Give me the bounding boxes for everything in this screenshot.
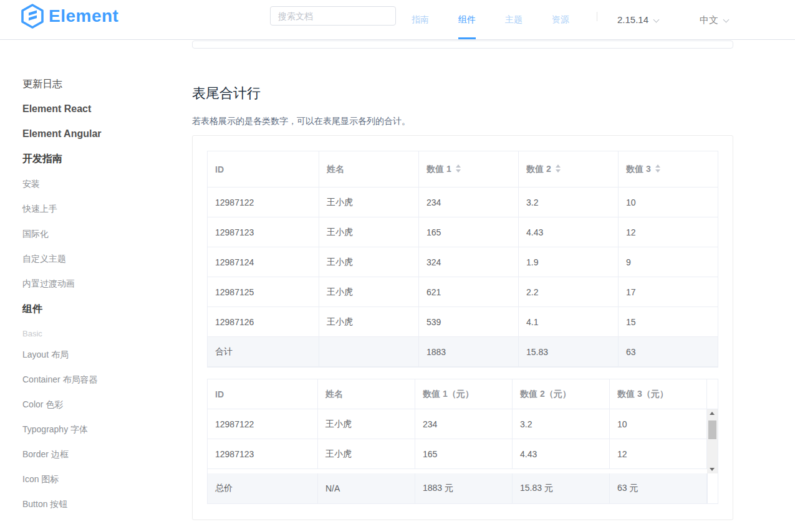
sidebar-item-icon[interactable]: Icon 图标	[22, 475, 187, 483]
summary-value3: 63	[619, 337, 718, 367]
cell-id: 12987124	[208, 247, 319, 277]
sort-carets-icon[interactable]	[655, 164, 660, 173]
sidebar-item-quickstart[interactable]: 快速上手	[22, 204, 187, 213]
summary-value3: 63 元	[610, 473, 707, 503]
sidebar-item-element-react[interactable]: Element React	[22, 104, 187, 114]
version-label: 2.15.14	[617, 14, 648, 25]
element-logo-icon	[21, 4, 44, 29]
column-header-name: 姓名	[319, 151, 419, 188]
cell-value3: 10	[619, 188, 718, 217]
cell-value3: 12	[619, 217, 718, 247]
cell-value3: 10	[610, 409, 707, 439]
vertical-scrollbar[interactable]	[707, 409, 718, 473]
column-header-value1-yuan: 数值 1（元）	[415, 379, 513, 409]
cell-id: 12987125	[208, 277, 319, 307]
cell-value2: 3.2	[513, 409, 610, 439]
cell-id: 12987123	[208, 439, 318, 469]
cell-value1: 165	[415, 439, 513, 469]
summary-value1: 1883	[419, 337, 519, 367]
sidebar-item-layout[interactable]: Layout 布局	[22, 350, 187, 359]
cell-id: 12987123	[208, 217, 319, 247]
search-input[interactable]	[270, 6, 396, 26]
summary-name	[319, 337, 419, 367]
version-select[interactable]: 2.15.14	[617, 0, 658, 39]
cell-value3: 17	[619, 277, 718, 307]
scroll-down-arrow-icon[interactable]	[707, 465, 718, 473]
sidebar-item-container[interactable]: Container 布局容器	[22, 375, 187, 384]
summary-value2: 15.83 元	[513, 473, 610, 503]
sort-carets-icon[interactable]	[456, 164, 461, 173]
page-title: 表尾合计行	[192, 86, 795, 101]
cell-value1: 324	[419, 247, 519, 277]
sidebar-item-color[interactable]: Color 色彩	[22, 400, 187, 409]
sidebar-item-transition[interactable]: 内置过渡动画	[22, 279, 187, 288]
table-body-scroll-area[interactable]: 12987122 王小虎 234 3.2 10 12987123 王小虎 165…	[208, 409, 718, 473]
summary-name: N/A	[318, 473, 415, 503]
cell-value2: 2.2	[519, 277, 619, 307]
summary-value2: 15.83	[519, 337, 619, 367]
cell-value3: 15	[619, 307, 718, 337]
top-navbar: Element 指南 组件 主题 资源 2.15.14 中文	[0, 0, 795, 40]
table-row: 12987124 王小虎 324 1.9 9	[208, 247, 718, 277]
demo-block: ID 姓名 数值 1 数值 2 数值 3 12987122 王小虎 234 3.	[192, 135, 733, 520]
column-header-value1[interactable]: 数值 1	[419, 151, 519, 188]
cell-name: 王小虎	[319, 188, 419, 217]
table-row: 12987125 王小虎 621 2.2 17	[208, 277, 718, 307]
cell-value1: 234	[415, 409, 513, 439]
sidebar-category-dev-guide: 开发指南	[22, 154, 187, 164]
scrollbar-thumb[interactable]	[708, 420, 716, 439]
cell-value2: 3.2	[519, 188, 619, 217]
column-header-id: ID	[208, 379, 318, 409]
sidebar-item-button[interactable]: Button 按钮	[22, 500, 187, 508]
cell-name: 王小虎	[318, 409, 415, 439]
cell-value2: 1.9	[519, 247, 619, 277]
summary-label: 合计	[208, 337, 319, 367]
total-price-table: ID 姓名 数值 1（元） 数值 2（元） 数值 3（元）	[207, 379, 718, 504]
cell-id: 12987126	[208, 307, 319, 337]
column-header-value3[interactable]: 数值 3	[619, 151, 718, 188]
cell-name: 王小虎	[319, 217, 419, 247]
cell-id: 12987122	[208, 188, 319, 217]
language-select[interactable]: 中文	[700, 0, 728, 39]
summary-table: ID 姓名 数值 1 数值 2 数值 3 12987122 王小虎 234 3.	[207, 151, 718, 368]
cell-value1: 539	[419, 307, 519, 337]
sidebar-item-install[interactable]: 安装	[22, 179, 187, 188]
cell-name: 王小虎	[319, 277, 419, 307]
cell-name: 王小虎	[318, 439, 415, 469]
table-header-row: ID 姓名 数值 1 数值 2 数值 3	[208, 151, 718, 188]
nav-guide[interactable]: 指南	[411, 0, 430, 39]
sort-carets-icon[interactable]	[556, 164, 561, 173]
table-row: 12987122 王小虎 234 3.2 10	[208, 409, 707, 439]
table-row: 12987122 王小虎 234 3.2 10	[208, 188, 718, 217]
sidebar-item-i18n[interactable]: 国际化	[22, 229, 187, 238]
column-header-value2[interactable]: 数值 2	[519, 151, 619, 188]
main-content: 表尾合计行 若表格展示的是各类数字，可以在表尾显示各列的合计。 ID 姓名 数值…	[187, 40, 795, 520]
sidebar-item-element-angular[interactable]: Element Angular	[22, 129, 187, 139]
cell-value2: 4.43	[513, 439, 610, 469]
logo-title: Element	[49, 6, 118, 26]
cell-value1: 621	[419, 277, 519, 307]
sidebar-item-custom-theme[interactable]: 自定义主题	[22, 254, 187, 263]
spacer	[207, 368, 718, 379]
page-description: 若表格展示的是各类数字，可以在表尾显示各列的合计。	[192, 115, 795, 127]
cell-name: 王小虎	[319, 247, 419, 277]
column-header-value2-yuan: 数值 2（元）	[513, 379, 610, 409]
scroll-up-arrow-icon[interactable]	[707, 409, 718, 418]
summary-row: 合计 1883 15.83 63	[208, 337, 718, 367]
element-logo[interactable]: Element	[21, 4, 118, 29]
nav-resources[interactable]: 资源	[551, 0, 570, 39]
summary-row: 总价 N/A 1883 元 15.83 元 63 元	[208, 473, 718, 503]
table-row: 12987126 王小虎 539 4.1 15	[208, 307, 718, 337]
nav-components[interactable]: 组件	[458, 0, 476, 39]
language-label: 中文	[700, 14, 718, 25]
sidebar-item-typography[interactable]: Typography 字体	[22, 425, 187, 434]
header-divider	[597, 12, 597, 21]
column-header-id: ID	[208, 151, 319, 188]
table-header-row: ID 姓名 数值 1（元） 数值 2（元） 数值 3（元）	[208, 379, 718, 409]
chevron-down-icon	[723, 17, 730, 23]
sidebar-item-border[interactable]: Border 边框	[22, 450, 187, 458]
sidebar-item-changelog[interactable]: 更新日志	[22, 79, 187, 89]
sidebar-category-components: 组件	[22, 304, 187, 314]
cell-value2: 4.43	[519, 217, 619, 247]
nav-theme[interactable]: 主题	[504, 0, 523, 39]
